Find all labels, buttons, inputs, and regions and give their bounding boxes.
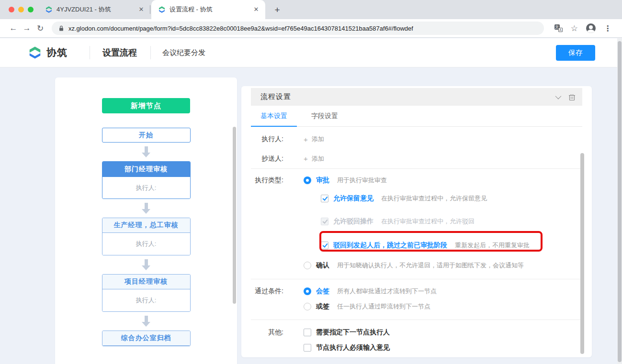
window-controls xyxy=(9,7,34,12)
all-sign-row: 通过条件: 会签 所有人都审批通过才流转到下一节点 xyxy=(251,286,582,297)
browser-menu-icon[interactable]: ⋮ xyxy=(604,24,611,33)
all-sign-radio[interactable] xyxy=(304,287,311,295)
browser-window: 4YJVZDUI21 - 协筑 ✕ 设置流程 - 协筑 ✕ + ← → ↻ xz… xyxy=(0,0,622,364)
flow-node-production-manager[interactable]: 生产经理，总工审核 执行人: xyxy=(102,218,191,255)
collapse-chevron-icon[interactable] xyxy=(555,93,562,99)
app-header: 协筑 设置流程 会议纪要分发 保存 xyxy=(0,38,622,67)
address-bar[interactable]: xz.glodon.com/document/page/form?id=5dc8… xyxy=(52,22,544,35)
flow-node-executor-label: 执行人: xyxy=(102,176,190,199)
flow-panel-scrollbar[interactable] xyxy=(233,127,236,304)
approve-radio[interactable] xyxy=(304,176,311,184)
any-sign-desc: 任一执行人通过即流转到下一节点 xyxy=(337,302,430,311)
flow-node-executor-label: 执行人: xyxy=(102,233,190,255)
back-icon[interactable]: ← xyxy=(7,23,20,33)
page-content: 新增节点 开始 部门经理审核 执行人: 生产经理，总工审核 执行人: 项目经理审… xyxy=(0,67,622,364)
flow-settings-panel: 流程设置 基本设置 字段设置 xyxy=(241,86,592,357)
confirm-radio[interactable] xyxy=(304,262,311,269)
flow-node-archive[interactable]: 综合办公室归档 xyxy=(102,331,191,346)
tab-title: 4YJVZDUI21 - 协筑 xyxy=(57,5,133,14)
basic-settings-form: 执行人: + 添加 抄送人: + 添加 执行类型: xyxy=(241,127,592,360)
any-sign-radio[interactable] xyxy=(304,303,311,310)
must-comment-row: 节点执行人必须输入意见 xyxy=(251,342,582,353)
other-block: 其他: 需要指定下一节点执行人 节点执行人必须输入意见 xyxy=(251,320,582,360)
browser-tab-2-active[interactable]: 设置流程 - 协筑 ✕ xyxy=(151,0,265,19)
assign-next-checkbox[interactable] xyxy=(304,329,311,336)
lock-icon xyxy=(58,25,64,32)
allow-reject-checkbox xyxy=(321,218,328,225)
exec-type-approve-row: 执行类型: 审批 用于执行审批审查 xyxy=(251,175,582,186)
site-favicon xyxy=(45,6,53,13)
header-divider xyxy=(90,46,90,59)
flow-diagram-panel: 新增节点 开始 部门经理审核 执行人: 生产经理，总工审核 执行人: 项目经理审… xyxy=(55,77,237,364)
confirm-option-label: 确认 xyxy=(316,261,329,270)
must-comment-checkbox[interactable] xyxy=(304,344,311,352)
forward-icon[interactable]: → xyxy=(20,23,34,33)
page-scrollbar[interactable] xyxy=(617,38,622,364)
reload-icon[interactable]: ↻ xyxy=(34,23,47,33)
flow-node-project-manager[interactable]: 项目经理审核 执行人: xyxy=(102,274,191,312)
tab-close-icon[interactable]: ✕ xyxy=(137,5,146,14)
window-zoom-button[interactable] xyxy=(28,7,34,12)
assign-next-row: 其他: 需要指定下一节点执行人 xyxy=(251,327,582,338)
tab-field-settings[interactable]: 字段设置 xyxy=(302,106,348,126)
cc-row: 抄送人: + 添加 xyxy=(251,149,582,169)
confirm-option-desc: 用于知晓确认执行人，不允许退回，适用于如图纸下发，会议通知等 xyxy=(337,261,524,270)
any-sign-row: 或签 任一执行人通过即流转到下一节点 xyxy=(251,301,582,312)
window-minimize-button[interactable] xyxy=(18,7,24,12)
add-executor-button[interactable]: + 添加 xyxy=(304,135,324,143)
url-text: xz.glodon.com/document/page/form?id=5dc8… xyxy=(68,25,413,32)
tab-title: 设置流程 - 协筑 xyxy=(170,5,248,14)
flow-name-label: 会议纪要分发 xyxy=(162,48,205,57)
settings-tabs: 基本设置 字段设置 xyxy=(251,106,582,127)
reject-skip-label: 驳回到发起人后，跳过之前已审批阶段 xyxy=(333,241,447,250)
approve-option-label: 审批 xyxy=(316,176,329,185)
header-divider xyxy=(150,46,151,59)
new-tab-button[interactable]: + xyxy=(271,4,283,16)
confirm-row: 确认 用于知晓确认执行人，不允许退回，适用于如图纸下发，会议通知等 xyxy=(251,260,582,271)
window-close-button[interactable] xyxy=(9,7,14,12)
save-button[interactable]: 保存 xyxy=(556,45,595,61)
must-comment-label: 节点执行人必须输入意见 xyxy=(316,343,390,352)
toolbar-right-icons: 文 A ☆ ⋮ xyxy=(554,23,615,33)
flow-node-executor-label: 执行人: xyxy=(102,289,190,311)
exec-type-label: 执行类型: xyxy=(251,176,283,185)
other-label: 其他: xyxy=(251,328,283,337)
all-sign-desc: 所有人都审批通过才流转到下一节点 xyxy=(337,287,437,296)
app-logo-text: 协筑 xyxy=(46,46,68,59)
cc-label: 抄送人: xyxy=(251,154,283,163)
site-favicon xyxy=(158,6,166,13)
reject-skip-desc: 重新发起后，不用重复审批 xyxy=(455,241,530,250)
delete-trash-icon[interactable] xyxy=(568,93,576,101)
flow-node-start[interactable]: 开始 xyxy=(102,128,191,143)
settings-panel-scrollbar[interactable] xyxy=(580,153,584,354)
flow-node-dept-manager[interactable]: 部门经理审核 执行人: xyxy=(102,161,191,199)
approve-option-desc: 用于执行审批审查 xyxy=(337,176,387,185)
browser-toolbar: ← → ↻ xz.glodon.com/document/page/form?i… xyxy=(0,19,622,38)
keep-opinion-checkbox[interactable] xyxy=(321,195,328,202)
browser-tab-1[interactable]: 4YJVZDUI21 - 协筑 ✕ xyxy=(38,0,150,19)
tab-close-icon[interactable]: ✕ xyxy=(252,5,260,14)
flow-node-title: 综合办公室归档 xyxy=(102,331,190,346)
xiezhu-logo-icon xyxy=(28,45,42,60)
page-title: 设置流程 xyxy=(102,47,137,58)
add-cc-button[interactable]: + 添加 xyxy=(304,154,324,163)
profile-avatar[interactable] xyxy=(586,23,596,33)
flow-arrow-down-icon xyxy=(142,259,150,270)
pass-condition-block: 通过条件: 会签 所有人都审批通过才流转到下一节点 或签 任一执行人通过即流转到… xyxy=(251,279,582,320)
executor-label: 执行人: xyxy=(251,135,283,143)
add-node-button[interactable]: 新增节点 xyxy=(102,98,190,113)
allow-reject-label: 允许驳回操作 xyxy=(333,217,373,226)
bookmark-star-icon[interactable]: ☆ xyxy=(571,23,578,33)
keep-opinion-desc: 在执行审批审查过程中，允许保留意见 xyxy=(381,194,487,203)
tab-basic-settings[interactable]: 基本设置 xyxy=(251,106,297,126)
page-scrollbar-thumb[interactable] xyxy=(618,41,622,362)
settings-panel-title: 流程设置 xyxy=(260,92,291,101)
flow-node-title: 项目经理审核 xyxy=(102,275,190,289)
flow-node-title: 生产经理，总工审核 xyxy=(102,218,190,233)
exec-type-block: 执行类型: 审批 用于执行审批审查 允许保留意见 在执行审批审查过程中，允许保留… xyxy=(251,169,582,279)
reject-skip-checkbox[interactable] xyxy=(321,242,328,249)
translate-icon[interactable]: 文 A xyxy=(554,24,563,32)
executor-row: 执行人: + 添加 xyxy=(251,130,582,149)
flow-arrow-down-icon xyxy=(142,146,150,157)
add-cc-label: 添加 xyxy=(312,154,324,163)
